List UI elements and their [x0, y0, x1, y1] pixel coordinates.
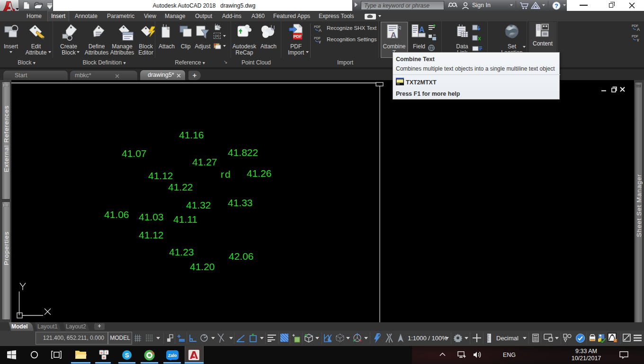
svg-text:41.23: 41.23	[169, 246, 194, 257]
svg-text:Zalo: Zalo	[168, 353, 177, 358]
svg-text:u: u	[103, 355, 105, 359]
svg-text:A: A	[637, 27, 640, 31]
svg-text:41.11: 41.11	[173, 214, 197, 225]
svg-text:rd: rd	[221, 169, 232, 180]
svg-text:y: y	[637, 37, 639, 42]
svg-text:41.32: 41.32	[186, 200, 211, 210]
svg-text:41.20: 41.20	[190, 261, 215, 272]
svg-text:PDF: PDF	[294, 34, 303, 39]
svg-text:41.07: 41.07	[122, 148, 147, 159]
svg-text:i: i	[106, 351, 107, 354]
svg-text:41.12: 41.12	[139, 229, 164, 240]
svg-text:41.822: 41.822	[228, 147, 258, 158]
svg-text:41.27: 41.27	[192, 156, 217, 167]
svg-text:41.26: 41.26	[247, 168, 272, 179]
svg-text:A: A	[391, 31, 396, 40]
svg-text:41.03: 41.03	[139, 211, 164, 222]
svg-text:41.16: 41.16	[179, 129, 204, 140]
svg-text:41.22: 41.22	[168, 182, 193, 192]
svg-text:S: S	[125, 352, 129, 359]
svg-text:!: !	[615, 339, 616, 342]
svg-text:42.06: 42.06	[229, 251, 254, 262]
svg-text:A: A	[419, 26, 425, 34]
svg-text:?: ?	[555, 2, 558, 9]
svg-text:41.06: 41.06	[104, 209, 129, 220]
svg-text:A: A	[319, 28, 322, 32]
svg-text:41.12: 41.12	[148, 170, 173, 181]
svg-text:y: y	[319, 39, 321, 44]
svg-text:41.33: 41.33	[228, 197, 253, 208]
svg-text:u: u	[100, 351, 102, 354]
